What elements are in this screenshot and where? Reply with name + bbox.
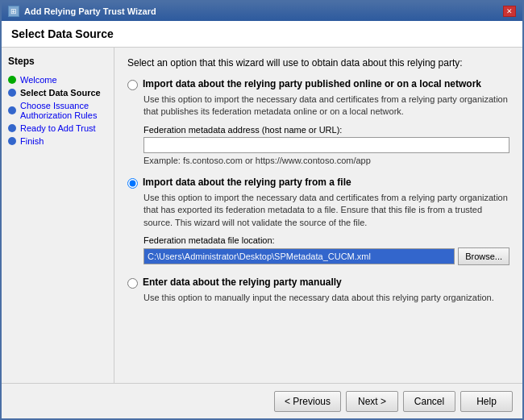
sidebar-item-ready-to-add[interactable]: Ready to Add Trust (8, 122, 107, 135)
title-bar-left: ⊞ Add Relying Party Trust Wizard (8, 6, 156, 17)
sidebar-item-finish[interactable]: Finish (8, 135, 107, 148)
step-dot-choose-issuance (8, 106, 16, 114)
option-group-online: Import data about the relying party publ… (127, 78, 509, 165)
radio-row-manual: Enter data about the relying party manua… (127, 277, 509, 289)
federation-file-label: Federation metadata file location: (143, 235, 509, 245)
wizard-icon: ⊞ (8, 6, 19, 17)
sidebar-label-finish: Finish (20, 136, 44, 146)
sidebar-item-choose-issuance[interactable]: Choose Issuance Authorization Rules (8, 99, 107, 122)
sidebar-item-welcome[interactable]: Welcome (8, 73, 107, 86)
radio-online[interactable] (127, 80, 138, 90)
federation-url-input[interactable] (143, 137, 509, 153)
url-example-text: Example: fs.contoso.com or https://www.c… (143, 156, 509, 165)
page-title: Select Data Source (11, 27, 513, 40)
browse-button[interactable]: Browse... (458, 247, 509, 265)
federation-url-label: Federation metadata address (host name o… (143, 125, 509, 135)
wizard-window: ⊞ Add Relying Party Trust Wizard ✕ Selec… (0, 0, 524, 420)
federation-file-input[interactable] (143, 248, 455, 264)
option-desc-online: Use this option to import the necessary … (143, 94, 509, 119)
sidebar-label-ready-to-add: Ready to Add Trust (20, 123, 96, 133)
previous-button[interactable]: < Previous (274, 391, 341, 412)
option-desc-manual: Use this option to manually input the ne… (143, 292, 509, 304)
sidebar-section-label: Steps (8, 56, 107, 67)
option-group-file: Import data about the relying party from… (127, 177, 509, 265)
footer: < Previous Next > Cancel Help (2, 383, 522, 418)
window-title: Add Relying Party Trust Wizard (24, 6, 156, 16)
option-group-manual: Enter data about the relying party manua… (127, 277, 509, 304)
file-row: Browse... (143, 247, 509, 265)
radio-row-file: Import data about the relying party from… (127, 177, 509, 189)
instruction-text: Select an option that this wizard will u… (127, 57, 509, 69)
step-dot-welcome (8, 76, 16, 84)
sidebar: Steps Welcome Select Data Source Choose … (2, 48, 114, 383)
sidebar-label-welcome: Welcome (20, 75, 57, 85)
title-bar: ⊞ Add Relying Party Trust Wizard ✕ (2, 2, 522, 21)
sidebar-item-select-data-source[interactable]: Select Data Source (8, 86, 107, 99)
next-button[interactable]: Next > (346, 391, 398, 412)
content-area: Steps Welcome Select Data Source Choose … (2, 48, 522, 383)
radio-manual[interactable] (127, 278, 138, 289)
main-content: Select an option that this wizard will u… (114, 48, 522, 383)
close-button[interactable]: ✕ (503, 6, 516, 17)
step-dot-ready-to-add (8, 124, 16, 132)
option-desc-file: Use this option to import the necessary … (143, 192, 509, 229)
radio-row-online: Import data about the relying party publ… (127, 78, 509, 90)
cancel-button[interactable]: Cancel (403, 391, 455, 412)
sidebar-label-choose-issuance: Choose Issuance Authorization Rules (20, 101, 107, 120)
page-header: Select Data Source (2, 21, 522, 48)
step-dot-select-data-source (8, 89, 16, 97)
sidebar-label-select-data-source: Select Data Source (20, 88, 101, 98)
option-label-file[interactable]: Import data about the relying party from… (143, 177, 351, 188)
radio-file[interactable] (127, 178, 138, 189)
step-dot-finish (8, 137, 16, 145)
help-button[interactable]: Help (460, 391, 513, 412)
option-label-manual[interactable]: Enter data about the relying party manua… (143, 277, 342, 288)
option-label-online[interactable]: Import data about the relying party publ… (143, 78, 481, 89)
